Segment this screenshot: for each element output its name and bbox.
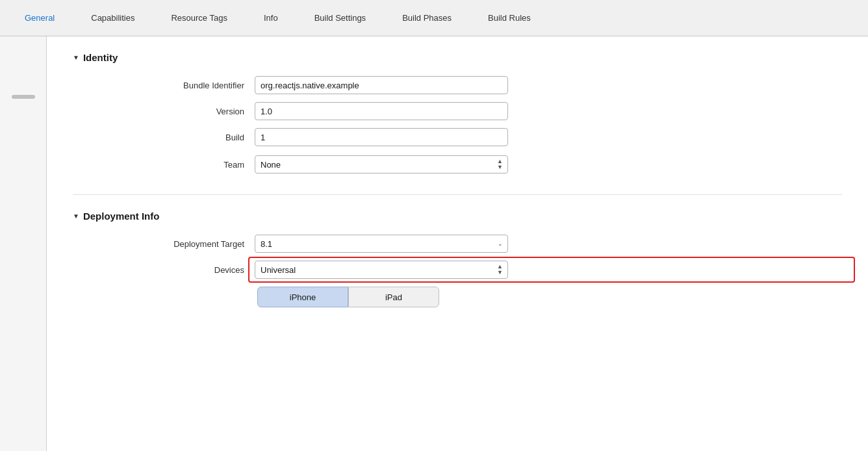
build-row: Build — [73, 128, 842, 146]
team-select-wrapper: None ▲ ▼ — [255, 155, 508, 174]
deployment-target-select[interactable]: 8.1 — [255, 235, 508, 253]
deployment-section: ▼ Deployment Info Deployment Target 8.1 … — [73, 211, 842, 307]
ipad-button[interactable]: iPad — [348, 287, 439, 307]
tab-resource-tags[interactable]: Resource Tags — [153, 0, 245, 36]
iphone-button[interactable]: iPhone — [257, 287, 348, 307]
build-label: Build — [73, 133, 255, 142]
tab-capabilities[interactable]: Capabilities — [73, 0, 153, 36]
device-buttons-group: iPhone iPad — [257, 287, 842, 307]
tab-build-rules[interactable]: Build Rules — [470, 0, 549, 36]
devices-label: Devices — [73, 265, 255, 275]
deployment-target-select-wrapper: 8.1 ⌄ — [255, 235, 508, 253]
identity-header: ▼ Identity — [73, 52, 842, 63]
deployment-header: ▼ Deployment Info — [73, 211, 842, 222]
team-select[interactable]: None — [255, 155, 508, 174]
deployment-target-row: Deployment Target 8.1 ⌄ — [73, 235, 842, 253]
deployment-collapse-icon[interactable]: ▼ — [73, 213, 79, 220]
sidebar-scroll-indicator — [12, 95, 35, 99]
version-input[interactable] — [255, 102, 508, 120]
devices-select[interactable]: Universal iPhone iPad — [255, 261, 508, 279]
content-area: ▼ Identity Bundle Identifier Version Bui… — [0, 36, 868, 451]
devices-row: Devices Universal iPhone iPad ▲ ▼ — [73, 261, 842, 279]
team-label: Team — [73, 160, 255, 170]
bundle-identifier-row: Bundle Identifier — [73, 76, 842, 94]
sidebar — [0, 36, 47, 451]
bundle-identifier-label: Bundle Identifier — [73, 81, 255, 90]
bundle-identifier-input[interactable] — [255, 76, 508, 94]
version-label: Version — [73, 107, 255, 116]
tab-general[interactable]: General — [6, 0, 73, 36]
version-row: Version — [73, 102, 842, 120]
identity-title: Identity — [83, 52, 118, 63]
identity-collapse-icon[interactable]: ▼ — [73, 54, 79, 61]
deployment-target-label: Deployment Target — [73, 239, 255, 249]
identity-section: ▼ Identity Bundle Identifier Version Bui… — [73, 52, 842, 174]
build-input[interactable] — [255, 128, 508, 146]
team-row: Team None ▲ ▼ — [73, 155, 842, 174]
devices-select-wrapper: Universal iPhone iPad ▲ ▼ — [255, 261, 508, 279]
tab-build-settings[interactable]: Build Settings — [296, 0, 385, 36]
deployment-title: Deployment Info — [83, 211, 160, 222]
tab-build-phases[interactable]: Build Phases — [384, 0, 470, 36]
main-panel: ▼ Identity Bundle Identifier Version Bui… — [47, 36, 868, 451]
section-separator — [73, 194, 842, 195]
tab-bar: General Capabilities Resource Tags Info … — [0, 0, 868, 36]
tab-info[interactable]: Info — [246, 0, 296, 36]
